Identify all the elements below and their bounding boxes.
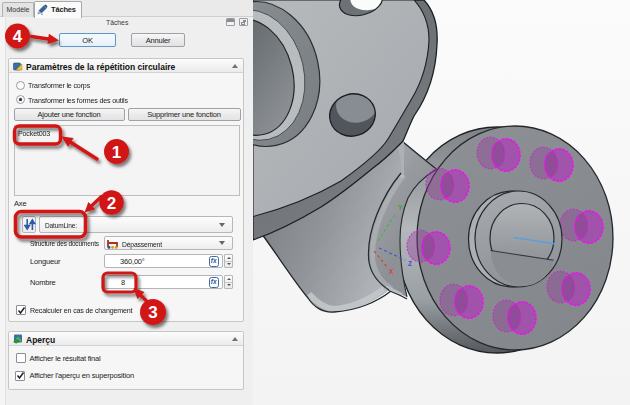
svg-text:2: 2 xyxy=(107,194,116,213)
svg-text:3: 3 xyxy=(148,303,157,322)
svg-text:4: 4 xyxy=(13,27,23,46)
svg-text:1: 1 xyxy=(112,143,121,162)
